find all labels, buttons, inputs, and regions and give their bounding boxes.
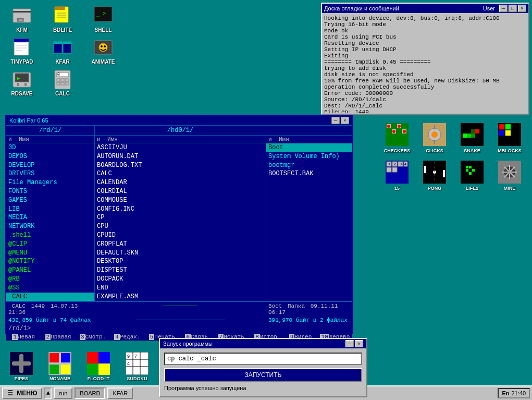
game-icon-mine[interactable]: MINE	[492, 160, 527, 195]
far-left-item[interactable]: 3D	[6, 143, 94, 152]
desktop-icon-calc[interactable]: 0 CALC	[46, 69, 79, 96]
far-left-item[interactable]: @SS	[6, 284, 94, 293]
taskbar-kfar-btn[interactable]: KFAR	[107, 387, 133, 399]
run-min-btn[interactable]: ─	[345, 340, 354, 347]
far-left-item[interactable]: GAMES	[6, 196, 94, 205]
mine-label: MINE	[504, 186, 516, 191]
shell-label: SHELL	[95, 27, 112, 33]
far-right-item[interactable]: BOARDLOG.TXT	[95, 161, 266, 170]
far-hd0-item[interactable]: Boot	[266, 143, 352, 152]
desktop-icon-kfar[interactable]: KFAR	[46, 37, 79, 65]
desktop-icon-shell[interactable]: _ > SHELL	[86, 5, 120, 33]
far-left-item[interactable]: FONTS	[6, 187, 94, 196]
far-right-item[interactable]: EXAMPLE.ASM	[95, 293, 266, 301]
far-left-item[interactable]: _CALC	[6, 293, 94, 301]
far-hd0-item[interactable]: System Volume Info)	[266, 152, 352, 161]
far-right-item[interactable]: CALENDAR	[95, 178, 266, 187]
far-key-редак.[interactable]: 4Редак.	[110, 333, 144, 341]
far-title: Kolibri Far 0.65	[9, 117, 48, 124]
far-left-item[interactable]: @NOTIFY	[6, 257, 94, 266]
far-left-panel: /rd/1/ и Имя 3DDEMOSDEVELOPDRIVERSFile M…	[6, 126, 95, 301]
log-close-btn[interactable]: ×	[518, 5, 526, 12]
far-left-item[interactable]: File Managers	[6, 178, 94, 187]
desktop-icon-rdsave[interactable]: ▶ RDSAVE	[5, 69, 39, 96]
run-controls: ─ ×	[345, 340, 363, 347]
far-right-item[interactable]: CONFIG.INC	[95, 205, 266, 214]
far-left-item[interactable]: @MENU	[6, 249, 94, 258]
far-hd0-item[interactable]: BOOTSECT.BAK	[266, 169, 352, 178]
far-item-name: Boot	[268, 143, 350, 152]
far-right-item[interactable]: DEFAULT.SKN	[95, 249, 266, 258]
svg-rect-85	[466, 166, 468, 168]
svg-rect-80	[424, 166, 426, 173]
bottom-icon-pipes[interactable]: PIPES	[5, 351, 38, 381]
far-right-item[interactable]: COLRDIAL	[95, 187, 266, 196]
far-right-item[interactable]: AUTORUN.DAT	[95, 152, 266, 161]
far-body: /rd/1/ и Имя 3DDEMOSDEVELOPDRIVERSFile M…	[6, 126, 352, 332]
bottom-icon-sudoku[interactable]: 974SUDOKU	[121, 351, 153, 381]
far-left-item[interactable]: @PANEL	[6, 266, 94, 275]
taskbar-run-btn[interactable]: run	[54, 387, 72, 399]
svg-rect-88	[472, 169, 475, 172]
far-key-левая[interactable]: 1Левая	[6, 333, 41, 341]
far-right-item[interactable]: CALC	[95, 169, 266, 178]
far-right-status: Boot Папка 09.11.11 06:17	[266, 302, 352, 317]
far-right-item[interactable]: CPU	[95, 222, 266, 231]
far-item-name: @PANEL	[8, 266, 92, 275]
far-left-item[interactable]: LIB	[6, 205, 94, 214]
far-key-правая[interactable]: 2Правая	[41, 333, 75, 341]
far-right-item[interactable]: CP	[95, 213, 266, 222]
game-icon-checkers[interactable]: CHECKERS	[379, 122, 415, 157]
far-right-item[interactable]: END	[95, 284, 266, 293]
far-key-смотр.[interactable]: 3Смотр.	[76, 333, 110, 341]
log-max-btn[interactable]: □	[509, 5, 517, 12]
far-min-btn[interactable]: ─	[331, 117, 340, 124]
far-left-item[interactable]: MEDIA	[6, 213, 94, 222]
far-hd0-item[interactable]: bootmgr	[266, 161, 352, 170]
taskbar-board-btn[interactable]: BOARD	[75, 387, 105, 399]
log-line: Resetting device	[324, 40, 526, 46]
far-right-item[interactable]: CROPFLAT	[95, 240, 266, 249]
far-left-item[interactable]: @RB	[6, 275, 94, 284]
bottom-icon-flood-it[interactable]: FLOOD-IT	[82, 351, 115, 381]
far-left-item[interactable]: DEMOS	[6, 152, 94, 161]
game-icon-pong[interactable]: PONG	[417, 160, 452, 195]
bottom-icon-noname[interactable]: NONAME	[44, 351, 76, 381]
run-button[interactable]: ЗАПУСТИТЬ	[164, 368, 362, 382]
desktop-icon-tinypad[interactable]: TINYPAD	[5, 37, 39, 65]
taskbar-arrow[interactable]: ▲	[44, 387, 52, 399]
run-titlebar: Запуск программы ─ ×	[160, 339, 366, 348]
desktop-icon-animate[interactable]: ANIMATE	[86, 37, 120, 65]
kfar-icon	[52, 37, 73, 58]
game-icon-life2[interactable]: LIFE2	[454, 160, 490, 195]
desktop-icon-kfm[interactable]: KFM	[5, 5, 39, 33]
far-right-item[interactable]: COMMOUSE	[95, 196, 266, 205]
desktop-icons-grid: KFM BDLITE _ > SHELL	[5, 5, 123, 96]
far-item-name: DEFAULT.SKN	[97, 249, 264, 258]
game-icon-mblocks[interactable]: MBLOCKS	[492, 122, 527, 157]
far-left-item[interactable]: .shell	[6, 231, 94, 240]
far-right-item[interactable]: CPUID	[95, 231, 266, 240]
game-icon-clicks[interactable]: CLICKS	[417, 122, 452, 157]
far-right-item[interactable]: DISPTEST	[95, 266, 266, 275]
far-close-btn[interactable]: ×	[341, 117, 349, 124]
snake-label: SNAKE	[464, 148, 480, 153]
run-close-btn[interactable]: ×	[355, 340, 363, 347]
taskbar-start-btn[interactable]: ☰ МЕНЮ	[2, 387, 42, 399]
game-icon-15[interactable]: 123415	[379, 160, 415, 195]
svg-text:7: 7	[134, 354, 137, 359]
far-right-item[interactable]: ASCIIVJU	[95, 143, 266, 152]
far-divider-status: ──────────	[95, 302, 266, 317]
far-right-item[interactable]: DOCPACK	[95, 275, 266, 284]
far-left-item[interactable]: @CLIP	[6, 240, 94, 249]
calc-label: CALC	[55, 91, 70, 96]
desktop-icon-bdlite[interactable]: BDLITE	[46, 5, 79, 33]
game-icon-snake[interactable]: SNAKE	[454, 122, 490, 157]
svg-point-51	[403, 130, 406, 133]
far-left-item[interactable]: DRIVERS	[6, 169, 94, 178]
run-input[interactable]	[164, 353, 362, 365]
far-left-item[interactable]: DEVELOP	[6, 161, 94, 170]
far-left-item[interactable]: NETWORK	[6, 222, 94, 231]
far-right-item[interactable]: DESKTOP	[95, 257, 266, 266]
log-min-btn[interactable]: ─	[499, 5, 508, 12]
